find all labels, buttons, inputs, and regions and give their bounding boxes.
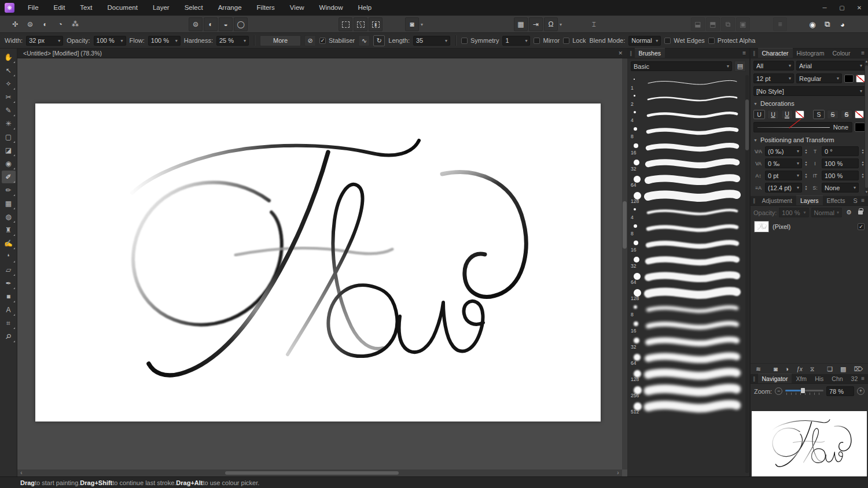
gradient-tool[interactable]: ◉ <box>2 157 16 170</box>
lock-checkbox[interactable]: ✓ <box>563 38 569 44</box>
rectangle-tool[interactable]: ■ <box>2 290 16 303</box>
flow-field[interactable]: 100 %▾ <box>148 36 181 46</box>
group-layers-icon[interactable]: ❏ <box>825 365 834 373</box>
font-size-select[interactable]: 12 pt▾ <box>753 73 794 83</box>
brush-item-softest-64[interactable]: 64 <box>628 349 742 365</box>
tab-layers[interactable]: Layers <box>796 195 823 205</box>
tab-navigator[interactable]: Navigator <box>758 374 792 383</box>
scroll-down-icon[interactable]: ▼ <box>865 190 868 194</box>
mask-layer-icon[interactable]: ◙ <box>772 365 779 372</box>
brush-item-softest-8[interactable]: 8 <box>628 301 742 317</box>
baseline-stepper[interactable]: ▴▾ <box>804 173 808 179</box>
strike-colour-swatch[interactable] <box>855 110 864 119</box>
zoom-out-button[interactable]: − <box>775 387 782 395</box>
paint-brush-tool[interactable]: ✐ <box>2 171 16 183</box>
adjustment-layer-icon[interactable]: ◑ <box>784 365 791 372</box>
brush-item-soft-64[interactable]: 64 <box>628 268 742 284</box>
zoom-slider-knob[interactable] <box>801 388 805 393</box>
symmetry-count-field[interactable]: 1▾ <box>502 36 530 46</box>
show-grid-icon[interactable]: ▦ <box>514 17 528 31</box>
layers-panel-menu-icon[interactable]: ≡ <box>858 196 868 205</box>
kerning-field[interactable]: (0 ‰)▾ <box>765 146 802 156</box>
force-pixel-alignment-icon[interactable]: ⇥ <box>529 17 543 31</box>
protect-alpha-checkbox[interactable]: ✓ <box>708 38 715 44</box>
delete-layer-icon[interactable]: ⌦ <box>852 365 865 373</box>
window-stabiliser-icon[interactable]: ↻ <box>373 35 385 46</box>
snapping-caret-icon[interactable]: ▾ <box>560 22 562 27</box>
brush-item-hard-128[interactable]: 128 <box>628 187 742 204</box>
horizontal-scrollbar[interactable]: ‹ › <box>17 469 622 476</box>
close-document-icon[interactable]: ✕ <box>613 50 627 56</box>
split-view-icon[interactable]: ⊜ <box>189 17 203 31</box>
flood-select-tool[interactable]: ✳ <box>2 117 16 130</box>
brush-item-hard-1[interactable]: 1 <box>628 74 742 90</box>
stabiliser-toggle[interactable]: ✓ Stabiliser <box>319 37 355 44</box>
text-colour-swatch[interactable] <box>844 75 854 83</box>
colour-replacement-brush-tool[interactable]: ✏ <box>2 184 16 197</box>
stylistic-set-select[interactable]: None▾ <box>822 183 859 193</box>
brush-item-softest-512[interactable]: 512 <box>628 398 742 414</box>
text-tool[interactable]: A <box>2 304 16 316</box>
panel-grip-icon[interactable]: ∥ <box>627 49 635 58</box>
brush-item-softest-128[interactable]: 128 <box>628 365 742 382</box>
character-scrollbar[interactable]: ▲ ▼ <box>865 60 868 194</box>
tab-character[interactable]: Character <box>758 48 793 58</box>
navigator-preview[interactable] <box>752 411 867 476</box>
brush-item-soft-4[interactable]: 4 <box>628 204 742 220</box>
menu-text[interactable]: Text <box>72 0 100 16</box>
menu-file[interactable]: File <box>20 0 46 16</box>
tab-adjustment[interactable]: Adjustment <box>758 196 797 205</box>
layer-row[interactable]: (Pixel) ✓ <box>751 219 868 234</box>
opacity-field[interactable]: 100 %▾ <box>94 36 126 46</box>
zoom-value-field[interactable]: 78 % <box>826 386 854 396</box>
layer-lock-icon[interactable] <box>858 210 863 215</box>
strike-none-button[interactable]: S <box>813 110 825 119</box>
lock-toggle[interactable]: ✓ Lock <box>563 37 586 44</box>
tab-colour[interactable]: Colour <box>828 49 854 58</box>
maximize-button[interactable]: ▢ <box>833 0 851 16</box>
pen-tool[interactable]: ✒ <box>2 277 16 290</box>
underline-none-button[interactable]: U <box>753 110 765 119</box>
insert-target-icon[interactable]: ◙ <box>405 17 419 31</box>
brush-item-hard-16[interactable]: 16 <box>628 139 742 155</box>
mirror-view-icon[interactable]: ◐ <box>204 17 218 31</box>
menu-help[interactable]: Help <box>350 0 379 16</box>
brush-edit-icon[interactable]: ▤ <box>734 61 746 72</box>
brush-item-soft-8[interactable]: 8 <box>628 220 742 236</box>
leading-field[interactable]: (12.4 pt)▾ <box>765 183 802 193</box>
marquee-tool[interactable]: ▢ <box>2 131 16 143</box>
leading-stepper[interactable]: ▴▾ <box>804 185 808 191</box>
colour-picker-tool[interactable]: ✧ <box>2 77 16 90</box>
brush-item-softest-16[interactable]: 16 <box>628 317 742 333</box>
flood-fill-tool[interactable]: ◪ <box>2 144 16 157</box>
brush-category-select[interactable]: Basic▾ <box>631 61 732 71</box>
mirror-checkbox[interactable]: ✓ <box>534 38 540 44</box>
new-pixel-layer-icon[interactable]: ▩ <box>838 365 848 373</box>
character-scroll-thumb[interactable] <box>865 65 868 188</box>
brush-item-hard-2[interactable]: 2 <box>628 90 742 106</box>
pixel-tool[interactable]: ▦ <box>2 197 16 210</box>
symmetry-toggle[interactable]: ✓ Symmetry <box>461 37 499 44</box>
tracking-stepper[interactable]: ▴▾ <box>804 161 808 167</box>
length-field[interactable]: 35▾ <box>413 36 450 46</box>
mesh-warp-tool[interactable]: ⌗ <box>2 317 16 330</box>
brushes-panel-menu-icon[interactable]: ≡ <box>739 49 749 58</box>
canvas-viewport[interactable]: ‹ › <box>17 58 627 476</box>
brush-item-soft-16[interactable]: 16 <box>628 236 742 252</box>
tonemap-persona-icon[interactable]: ◔ <box>53 17 67 31</box>
document-tab[interactable]: <Untitled> [Modified] (78.3%) <box>17 49 108 58</box>
subtract-selection-icon[interactable]: ╲ <box>354 17 367 31</box>
menu-select[interactable]: Select <box>177 0 211 16</box>
brush-nozzle-icon[interactable]: ⊘ <box>304 35 316 46</box>
zoom-in-button[interactable]: + <box>857 387 865 395</box>
width-field[interactable]: 32 px▾ <box>26 36 63 46</box>
horizontal-scale-field[interactable]: 100 % <box>822 171 859 180</box>
erase-tool[interactable]: ▱ <box>2 264 16 276</box>
new-selection-icon[interactable] <box>339 17 352 31</box>
mirror-toggle[interactable]: ✓ Mirror <box>534 37 560 44</box>
menu-filters[interactable]: Filters <box>249 0 282 16</box>
scroll-right-icon[interactable]: › <box>614 469 622 476</box>
menu-view[interactable]: View <box>282 0 312 16</box>
vertical-scale-field[interactable]: 100 % <box>822 158 859 168</box>
assistant-icon[interactable]: ⌶ <box>587 17 601 31</box>
